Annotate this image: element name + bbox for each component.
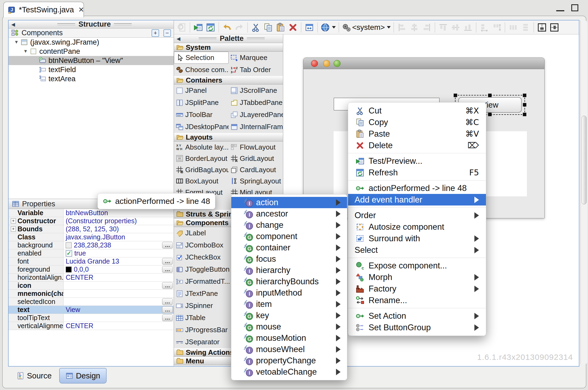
property-value[interactable]: 238,238,238 <box>74 241 111 249</box>
palette-item-flowlayout[interactable]: FlowLayout <box>229 141 283 153</box>
event-submenu-item-vetoablechange[interactable]: IvetoableChange <box>231 366 347 378</box>
center-window-h-button[interactable] <box>536 22 548 33</box>
event-submenu-item-propertychange[interactable]: IpropertyChange <box>231 355 347 366</box>
property-value-cell[interactable]: 0,0,0… <box>64 265 174 273</box>
property-value-cell[interactable]: … <box>64 314 174 322</box>
undo-button[interactable] <box>221 22 233 33</box>
property-ellipsis-button[interactable]: … <box>162 258 173 265</box>
event-submenu-item-container[interactable]: Gcontainer <box>231 242 347 253</box>
palette-item-jinternalframe[interactable]: JInternalFrame <box>229 121 283 133</box>
boolean-checkbox[interactable]: ✓ <box>66 250 72 257</box>
property-row-enabled[interactable]: enabled✓true <box>9 249 174 257</box>
property-value[interactable]: true <box>74 249 86 257</box>
tree-item-javax-swing-jframe[interactable]: ▼(javax.swing.JFrame) <box>9 38 174 47</box>
property-value[interactable]: (288, 52, 125, 30) <box>66 225 119 233</box>
distribute-h-button[interactable] <box>507 22 519 33</box>
property-row-foreground[interactable]: foreground0,0,0… <box>9 265 174 274</box>
gears-button[interactable]: <system> <box>341 22 392 33</box>
event-submenu-item-change[interactable]: Ichange <box>231 219 347 231</box>
property-value[interactable]: Lucida Grande 13 <box>66 257 119 265</box>
event-submenu-item-hierarchybounds[interactable]: GhierarchyBounds <box>231 276 347 287</box>
menu-item-cut[interactable]: Cut⌘X <box>348 105 486 116</box>
align-right-button[interactable] <box>421 22 433 33</box>
align-left-button[interactable] <box>396 22 408 33</box>
collapse-structure-icon[interactable]: ◀ <box>11 22 15 27</box>
property-value[interactable]: btnNewButton <box>66 209 108 217</box>
palette-item-jscrollpane[interactable]: JScrollPane <box>229 84 283 97</box>
paste-button[interactable] <box>274 22 287 33</box>
event-submenu-item-action[interactable]: Iaction <box>231 197 347 208</box>
property-value[interactable]: 0,0,0 <box>74 265 89 273</box>
menu-item-refresh[interactable]: RefreshF5 <box>348 167 486 178</box>
palette-item-springlayout[interactable]: SpringLayout <box>229 175 283 187</box>
property-row-tooltiptext[interactable]: toolTipText… <box>9 314 174 322</box>
tree-item-btnnewbutton-view[interactable]: btnNewButton – "View" <box>9 56 174 65</box>
event-submenu-item-mousemotion[interactable]: GmouseMotion <box>231 332 347 344</box>
property-value-cell[interactable]: (288, 52, 125, 30) <box>64 225 174 233</box>
property-value-cell[interactable]: Lucida Grande 13… <box>64 257 174 265</box>
menu-item-delete[interactable]: Delete⌦ <box>348 140 486 151</box>
property-row-constructor[interactable]: +Constructor(Constructor properties) <box>9 217 174 225</box>
property-row-class[interactable]: Classjavax.swing.JButton <box>9 233 174 241</box>
property-value-cell[interactable]: (Constructor properties) <box>64 217 174 225</box>
property-ellipsis-button[interactable]: … <box>162 242 173 249</box>
menu-item-expose-component[interactable]: cExpose component... <box>348 260 486 271</box>
event-submenu-item-ancestor[interactable]: Iancestor <box>231 208 347 219</box>
menu-item-order[interactable]: Order <box>348 210 486 221</box>
property-value-cell[interactable] <box>64 290 174 297</box>
palette-item-jdesktoppane[interactable]: JDesktopPane <box>174 121 229 133</box>
palette-section-system[interactable]: System <box>174 43 283 52</box>
tab-source[interactable]: Source <box>11 368 58 384</box>
menu-item-surround-with[interactable]: Surround with <box>348 233 486 244</box>
property-row-horizontalalign[interactable]: horizontalAlign...CENTER <box>9 274 174 282</box>
property-row-background[interactable]: background238,238,238… <box>9 241 174 249</box>
menu-item-morph[interactable]: Morph <box>348 271 486 283</box>
property-value-cell[interactable]: CENTER <box>64 322 174 330</box>
property-value-cell[interactable]: 238,238,238… <box>64 241 174 249</box>
existing-handler-popup[interactable]: actionPerformed -> line 48 <box>97 193 215 209</box>
expand-all-button[interactable]: + <box>152 29 159 37</box>
palette-item-jtoolbar[interactable]: JToolBar <box>174 109 229 121</box>
property-value[interactable]: CENTER <box>66 274 93 281</box>
property-value-cell[interactable]: ✓true <box>64 249 174 257</box>
resize-handle[interactable] <box>488 113 492 116</box>
property-row-selectedicon[interactable]: selectedIcon… <box>9 298 174 306</box>
event-submenu-item-mouse[interactable]: Gmouse <box>231 321 347 332</box>
resize-handle[interactable] <box>523 94 526 97</box>
palette-item-jpanel[interactable]: JPanel <box>174 84 229 97</box>
minimize-icon[interactable] <box>556 4 564 11</box>
collapse-all-button[interactable]: − <box>163 29 171 37</box>
property-ellipsis-button[interactable]: … <box>162 314 173 321</box>
property-ellipsis-button[interactable]: … <box>162 266 173 273</box>
match-width-button[interactable] <box>478 22 491 33</box>
palette-item-tab-order[interactable]: 123Tab Order <box>229 64 283 76</box>
globe-button[interactable] <box>320 22 337 33</box>
palette-item-gridbaglayout[interactable]: BGridBagLayout <box>174 164 229 175</box>
property-value[interactable]: javax.swing.JButton <box>66 233 125 241</box>
menu-item-autosize-component[interactable]: Autosize component <box>348 221 486 233</box>
property-row-variable[interactable]: VariablebtnNewButton <box>9 209 174 217</box>
property-row-text[interactable]: textView… <box>9 306 174 314</box>
maximize-icon[interactable] <box>571 4 578 11</box>
delete-button[interactable] <box>287 22 299 33</box>
menu-item-select[interactable]: Select <box>348 244 486 256</box>
collapse-palette-icon[interactable]: ◀ <box>177 36 180 42</box>
palette-item-gridlayout[interactable]: AGridLayout <box>229 153 283 164</box>
palette-item-absolute-lay[interactable]: X YW HAbsolute lay... <box>174 141 229 153</box>
resize-handle[interactable] <box>454 94 457 97</box>
property-value-cell[interactable]: View… <box>64 306 174 314</box>
palette-item-jlayeredpane[interactable]: JLayeredPane <box>229 109 283 121</box>
event-submenu-item-hierarchy[interactable]: Ihierarchy <box>231 265 347 276</box>
property-value[interactable]: View <box>66 306 80 314</box>
property-value-cell[interactable]: … <box>64 282 174 289</box>
copy-button[interactable] <box>262 22 274 33</box>
property-ellipsis-button[interactable]: … <box>162 282 173 289</box>
center-window-v-button[interactable] <box>548 22 561 33</box>
event-submenu-item-inputmethod[interactable]: IinputMethod <box>231 287 347 299</box>
property-row-verticalalignment[interactable]: verticalAlignmentCENTER <box>9 322 174 330</box>
event-submenu-item-item[interactable]: Iitem <box>231 299 347 310</box>
property-value-cell[interactable]: CENTER <box>64 274 174 281</box>
property-row-font[interactable]: fontLucida Grande 13… <box>9 257 174 265</box>
property-value[interactable]: CENTER <box>66 322 93 330</box>
property-ellipsis-button[interactable]: … <box>162 306 173 313</box>
